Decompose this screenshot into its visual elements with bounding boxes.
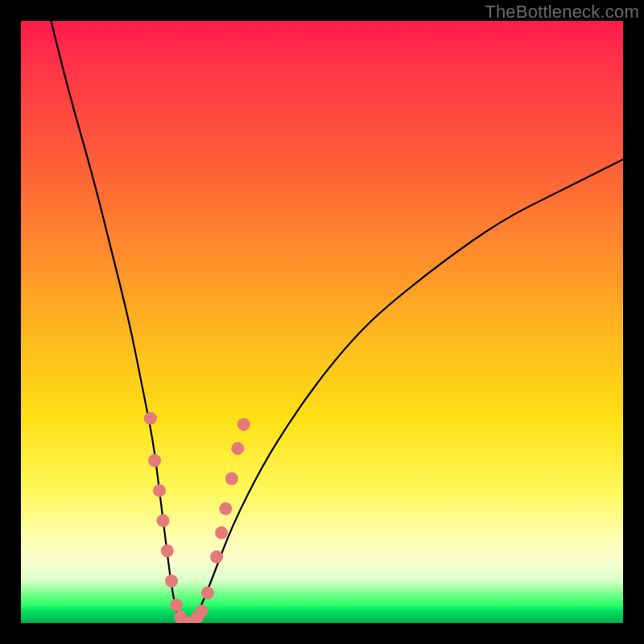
bottleneck-curve-svg — [21, 21, 623, 623]
data-point-marker — [225, 472, 238, 485]
data-point-marker — [231, 442, 244, 455]
data-point-marker — [201, 587, 214, 600]
data-point-marker — [161, 544, 174, 557]
data-point-marker — [170, 599, 183, 612]
data-point-marker — [153, 484, 166, 497]
data-point-marker — [148, 454, 161, 467]
data-point-marker — [165, 575, 178, 588]
data-point-marker — [219, 502, 232, 515]
data-point-marker — [215, 526, 228, 539]
watermark-text: TheBottleneck.com — [485, 2, 639, 23]
data-point-marker — [195, 605, 208, 617]
data-point-marker — [210, 551, 223, 564]
data-point-marker — [157, 514, 170, 527]
data-point-marker — [237, 418, 250, 431]
chart-plot-area — [21, 21, 623, 623]
data-point-marker — [144, 412, 157, 425]
bottleneck-curve-line — [51, 21, 623, 623]
